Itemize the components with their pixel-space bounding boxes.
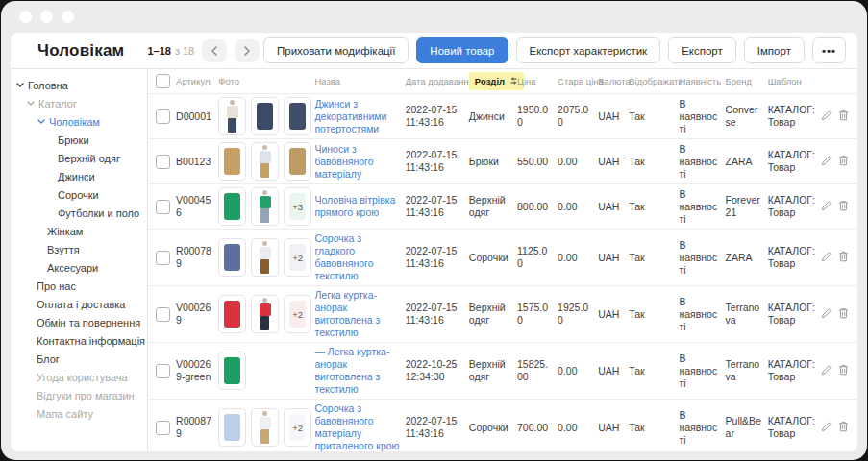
product-photo-thumbnail[interactable] xyxy=(251,238,279,277)
more-actions-button[interactable]: ••• xyxy=(812,37,846,63)
sidebar-item[interactable]: Мапа сайту xyxy=(11,404,147,423)
column-header-actions[interactable] xyxy=(819,69,857,94)
select-all-checkbox[interactable] xyxy=(156,74,170,88)
column-header-date[interactable]: Дата додавання xyxy=(403,69,466,94)
sidebar-item[interactable]: Каталог xyxy=(11,94,147,112)
sidebar-item[interactable]: Про нас xyxy=(11,277,147,295)
delete-button[interactable] xyxy=(838,109,849,124)
window-control-dot[interactable] xyxy=(40,11,53,23)
sidebar-item[interactable]: Брюки xyxy=(11,131,147,149)
article-value: B00123 xyxy=(176,156,211,167)
export-characteristics-button[interactable]: Експорт характеристик xyxy=(516,37,661,63)
edit-button[interactable] xyxy=(821,364,832,378)
product-name-link[interactable]: Легка куртка-анорак виготовлена з тексти… xyxy=(314,289,380,338)
column-header-availability[interactable]: Наявність xyxy=(676,69,722,94)
more-photos-thumbnail[interactable]: +2 xyxy=(284,238,311,277)
product-name-link[interactable]: Джинси з декоративними потертостями xyxy=(314,98,386,134)
row-actions xyxy=(822,155,855,169)
product-photo-thumbnail[interactable] xyxy=(251,97,279,135)
column-header-old_price[interactable]: Стара ціна xyxy=(555,69,595,94)
sidebar-item[interactable]: Чоловікам xyxy=(11,112,147,131)
edit-pencil-icon xyxy=(821,109,832,124)
edit-button[interactable] xyxy=(821,155,832,169)
more-photos-thumbnail[interactable]: +2 xyxy=(284,295,311,333)
product-photo-thumbnail[interactable] xyxy=(251,187,279,226)
new-product-button[interactable]: Новий товар xyxy=(416,37,508,63)
more-photos-count: +2 xyxy=(292,422,303,434)
row-checkbox[interactable] xyxy=(156,109,170,124)
product-photo-thumbnail[interactable] xyxy=(284,97,311,135)
cell-old_price: 0.00 xyxy=(555,400,595,452)
window-control-dot[interactable] xyxy=(19,11,32,23)
row-checkbox[interactable] xyxy=(156,421,170,435)
column-header-display[interactable]: Відображати xyxy=(626,69,676,94)
more-photos-thumbnail[interactable]: +3 xyxy=(284,187,311,226)
edit-button[interactable] xyxy=(821,200,832,214)
row-checkbox[interactable] xyxy=(156,155,170,169)
sidebar-item[interactable]: Джинси xyxy=(11,167,147,185)
pagination-prev-button[interactable] xyxy=(202,39,227,62)
pagination-next-button[interactable] xyxy=(235,39,260,62)
column-header-section[interactable]: Розділ xyxy=(466,69,514,94)
sidebar-item[interactable]: Блог xyxy=(11,350,147,368)
delete-button[interactable] xyxy=(838,364,849,378)
sidebar-item[interactable]: Контактна інформація xyxy=(11,331,147,350)
row-checkbox[interactable] xyxy=(156,364,170,378)
product-photo-thumbnail[interactable] xyxy=(218,408,246,447)
product-photo-thumbnail[interactable] xyxy=(251,408,279,447)
delete-button[interactable] xyxy=(838,200,849,214)
column-header-article[interactable]: Артикул xyxy=(173,69,215,94)
product-photo-thumbnail[interactable] xyxy=(284,142,311,181)
sidebar-item[interactable]: Футболки и поло xyxy=(11,204,147,222)
column-header-photo[interactable]: Фото xyxy=(215,69,311,94)
delete-button[interactable] xyxy=(838,307,849,322)
sidebar-item[interactable]: Жінкам xyxy=(11,222,147,240)
product-photo-thumbnail[interactable] xyxy=(218,142,246,181)
column-header-name[interactable]: Назва xyxy=(311,69,402,94)
cell-photo xyxy=(215,343,311,400)
old_price-value: 1925.00 xyxy=(558,302,588,326)
product-photo-thumbnail[interactable] xyxy=(218,97,246,135)
product-photo-thumbnail[interactable] xyxy=(251,142,279,181)
import-button[interactable]: Імпорт xyxy=(744,37,805,63)
hide-modifications-button[interactable]: Приховати модифікації xyxy=(263,37,409,63)
sidebar-item[interactable]: Взуття xyxy=(11,240,147,258)
delete-button[interactable] xyxy=(838,421,849,435)
column-header-currency[interactable]: Валюта xyxy=(595,69,626,94)
window-control-dot[interactable] xyxy=(62,11,74,23)
cell-brand: Terranova xyxy=(723,286,765,343)
edit-button[interactable] xyxy=(821,307,832,322)
table-body: D00001Джинси з декоративними потертостям… xyxy=(148,94,857,452)
column-header-select[interactable] xyxy=(148,69,173,94)
sidebar-item[interactable]: Угода користувача xyxy=(11,368,147,386)
column-header-brand[interactable]: Бренд xyxy=(723,69,765,94)
product-name-link[interactable]: — Легка куртка-анорак виготовлена з текс… xyxy=(314,346,389,395)
product-name-link[interactable]: Чиноси з бавовняного матеріалу xyxy=(314,143,373,180)
product-name-link[interactable]: Сорочка з гладкого бавовняного текстилю xyxy=(314,232,373,281)
product-photo-thumbnail[interactable] xyxy=(218,295,246,333)
product-photo-thumbnail[interactable] xyxy=(218,187,246,226)
edit-button[interactable] xyxy=(821,109,832,124)
row-checkbox[interactable] xyxy=(156,200,170,214)
product-name-link[interactable]: Чоловіча вітрівка прямого крою xyxy=(314,194,395,218)
column-header-template[interactable]: Шаблон xyxy=(765,69,819,94)
sidebar-item[interactable]: Сорочки xyxy=(11,185,147,204)
more-photos-thumbnail[interactable]: +2 xyxy=(284,408,311,447)
delete-button[interactable] xyxy=(838,251,849,265)
product-photo-thumbnail[interactable] xyxy=(218,352,246,390)
product-name-link[interactable]: Сорочка з бавовняного матеріалу притален… xyxy=(314,402,399,451)
edit-button[interactable] xyxy=(821,421,832,435)
sidebar-item[interactable]: Відгуки про магазин xyxy=(11,386,147,404)
sidebar-item[interactable]: Обмін та повернення xyxy=(11,313,147,331)
sidebar-item[interactable]: Верхній одяг xyxy=(11,149,147,167)
sidebar-item[interactable]: Оплата і доставка xyxy=(11,295,147,313)
row-checkbox[interactable] xyxy=(156,307,170,322)
product-photo-thumbnail[interactable] xyxy=(218,238,246,277)
sidebar-item[interactable]: Аксесуари xyxy=(11,258,147,277)
product-photo-thumbnail[interactable] xyxy=(251,295,279,333)
export-button[interactable]: Експорт xyxy=(668,37,736,63)
edit-button[interactable] xyxy=(821,251,832,265)
sidebar-item[interactable]: Головна xyxy=(11,76,147,94)
delete-button[interactable] xyxy=(838,155,849,169)
row-checkbox[interactable] xyxy=(156,251,170,265)
